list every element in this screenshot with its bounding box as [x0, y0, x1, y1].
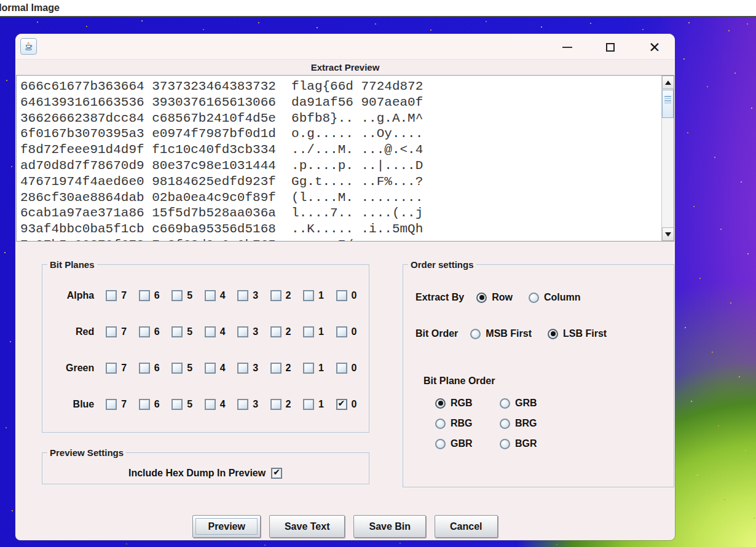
- checkbox-blue-bit-6[interactable]: [139, 399, 150, 410]
- radio-bit-plane-order-brg[interactable]: [500, 419, 510, 429]
- bit-number-label: 6: [154, 399, 160, 410]
- checkbox-alpha-bit-6[interactable]: [139, 290, 150, 301]
- scrollbar-thumb[interactable]: [662, 90, 674, 118]
- bit-item-blue-6: 6: [139, 399, 171, 410]
- checkbox-red-bit-7[interactable]: [106, 326, 117, 337]
- checkbox-alpha-bit-4[interactable]: [205, 290, 216, 301]
- radio-label-msb-first: MSB First: [486, 328, 532, 339]
- checkbox-blue-bit-1[interactable]: [303, 399, 314, 410]
- checkbox-blue-bit-0[interactable]: [336, 399, 347, 410]
- radio-bit-plane-order-grb[interactable]: [500, 398, 510, 409]
- maximize-icon: [606, 43, 615, 52]
- bit-item-red-5: 5: [171, 326, 204, 337]
- radio-bit-plane-order-rbg[interactable]: [435, 419, 446, 429]
- checkbox-red-bit-0[interactable]: [336, 326, 347, 337]
- hex-dump-row-6: ad70d8d7f78670d9 80e37c98e1031444 .p....…: [20, 158, 661, 174]
- bit-item-alpha-4: 4: [205, 290, 237, 301]
- checkbox-alpha-bit-3[interactable]: [237, 290, 248, 301]
- hex-dump-row-3: 36626662387dcc84 c68567b2410f4d5e 6bfb8}…: [20, 111, 661, 127]
- dialog-button-row: PreviewSave TextSave BinCancel: [15, 515, 675, 538]
- checkbox-alpha-bit-1[interactable]: [303, 290, 314, 301]
- checkbox-red-bit-4[interactable]: [205, 326, 216, 337]
- bit-item-red-0: 0: [336, 326, 369, 337]
- minimize-icon: [562, 47, 572, 48]
- checkbox-blue-bit-5[interactable]: [171, 399, 183, 410]
- radio-bit-plane-order-bgr[interactable]: [500, 439, 510, 449]
- arrow-down-icon: [665, 232, 671, 237]
- checkbox-blue-bit-3[interactable]: [237, 399, 248, 410]
- save-text-button[interactable]: Save Text: [269, 515, 345, 538]
- radio-label-brg: BRG: [515, 418, 537, 429]
- radio-option-brg: BRG: [500, 418, 537, 429]
- radio-option-bgr: BGR: [500, 438, 537, 449]
- bit-number-label: 0: [352, 290, 357, 301]
- radio-option-msb-first: MSB First: [470, 328, 532, 339]
- checkbox-red-bit-1[interactable]: [303, 326, 314, 337]
- checkbox-alpha-bit-7[interactable]: [106, 290, 117, 301]
- cancel-button[interactable]: Cancel: [435, 515, 497, 538]
- radio-extract-by-row[interactable]: [476, 293, 487, 303]
- dialog-title-bar[interactable]: ✕: [15, 34, 675, 60]
- bit-number-label: 1: [318, 363, 324, 374]
- radio-bit-plane-order-rgb[interactable]: [435, 398, 446, 409]
- bit-number-label: 0: [352, 363, 357, 374]
- checkbox-red-bit-2[interactable]: [270, 326, 282, 337]
- bit-item-green-6: 6: [139, 363, 171, 374]
- radio-label-gbr: GBR: [451, 438, 473, 449]
- checkbox-blue-bit-2[interactable]: [270, 399, 282, 410]
- bit-number-label: 5: [187, 363, 192, 374]
- radio-extract-by-column[interactable]: [529, 293, 539, 303]
- preview-settings-group: Preview Settings Include Hex Dump In Pre…: [42, 447, 369, 484]
- checkbox-green-bit-1[interactable]: [303, 363, 314, 374]
- maximize-button[interactable]: [601, 38, 620, 57]
- bit-number-label: 7: [121, 363, 127, 374]
- hex-dump-row-1: 666c61677b363664 3737323464383732 flag{6…: [20, 79, 661, 95]
- bit-number-label: 4: [220, 326, 226, 337]
- scroll-up-button[interactable]: [662, 76, 674, 89]
- checkbox-blue-bit-4[interactable]: [205, 399, 216, 410]
- checkbox-green-bit-2[interactable]: [270, 363, 282, 374]
- bit-planes-row-green: Green76543210: [42, 350, 369, 386]
- checkbox-green-bit-4[interactable]: [205, 363, 216, 374]
- scroll-down-button[interactable]: [662, 227, 674, 241]
- minimize-button[interactable]: [558, 38, 577, 57]
- checkbox-green-bit-3[interactable]: [237, 363, 248, 374]
- extract-by-label: Extract By: [415, 292, 464, 303]
- checkbox-green-bit-5[interactable]: [171, 363, 183, 374]
- checkbox-green-bit-0[interactable]: [336, 363, 347, 374]
- preview-button[interactable]: Preview: [192, 515, 260, 538]
- hex-dump-area[interactable]: 666c61677b363664 3737323464383732 flag{6…: [16, 75, 674, 242]
- top-bar: Normal Image: [0, 0, 756, 17]
- bit-item-red-6: 6: [139, 326, 171, 337]
- bit-number-label: 6: [154, 326, 160, 337]
- radio-bit-plane-order-gbr[interactable]: [435, 439, 446, 449]
- checkbox-alpha-bit-0[interactable]: [336, 290, 347, 301]
- radio-option-rbg: RBG: [435, 418, 500, 429]
- checkbox-red-bit-3[interactable]: [237, 326, 248, 337]
- vertical-scrollbar[interactable]: [661, 76, 674, 241]
- save-bin-button[interactable]: Save Bin: [353, 515, 426, 538]
- bit-planes-row-blue: Blue76543210: [42, 386, 369, 422]
- bit-item-red-4: 4: [205, 326, 237, 337]
- bit-number-label: 6: [154, 363, 160, 374]
- checkbox-alpha-bit-5[interactable]: [171, 290, 183, 301]
- channel-label-alpha: Alpha: [56, 290, 94, 301]
- bit-item-green-1: 1: [303, 363, 336, 374]
- bit-planes-row-alpha: Alpha76543210: [42, 277, 369, 313]
- checkbox-alpha-bit-2[interactable]: [270, 290, 282, 301]
- checkbox-red-bit-5[interactable]: [171, 326, 183, 337]
- checkbox-green-bit-6[interactable]: [139, 363, 150, 374]
- radio-bit-order-lsb-first[interactable]: [548, 329, 558, 339]
- radio-bit-order-msb-first[interactable]: [470, 329, 481, 339]
- close-button[interactable]: ✕: [645, 38, 664, 57]
- checkbox-green-bit-7[interactable]: [106, 363, 117, 374]
- bit-planes-legend: Bit Planes: [47, 259, 97, 270]
- radio-label-row: Row: [492, 292, 513, 303]
- checkbox-red-bit-6[interactable]: [139, 326, 150, 337]
- bit-number-label: 3: [253, 363, 258, 374]
- bit-item-green-3: 3: [237, 363, 270, 374]
- bit-number-label: 2: [286, 363, 291, 374]
- include-hex-dump-checkbox[interactable]: [271, 468, 282, 479]
- checkbox-blue-bit-7[interactable]: [106, 399, 117, 410]
- radio-option-grb: GRB: [500, 398, 537, 409]
